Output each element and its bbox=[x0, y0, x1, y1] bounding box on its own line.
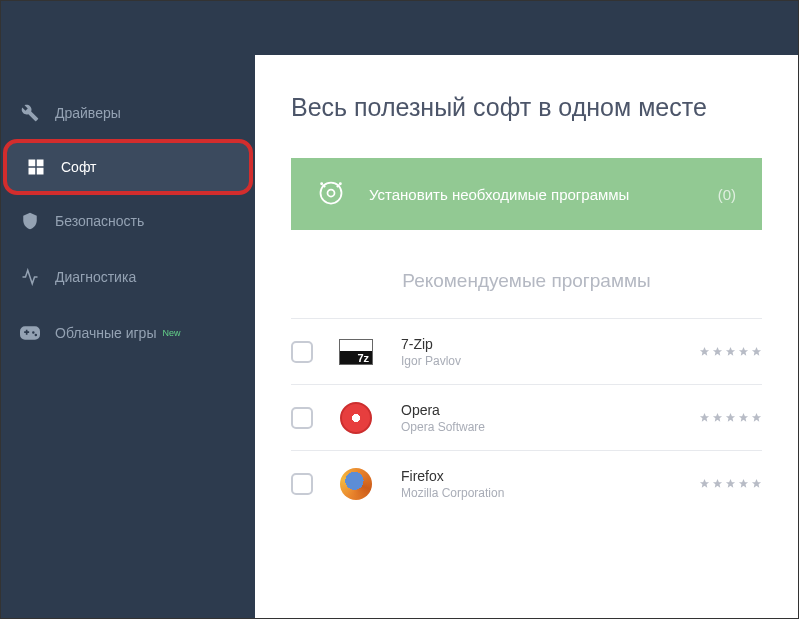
svg-rect-0 bbox=[29, 160, 36, 167]
app-window: Драйверы Софт Безопасность Диагностика bbox=[0, 0, 799, 619]
sidebar-item-label: Безопасность bbox=[55, 213, 144, 229]
app-vendor: Mozilla Corporation bbox=[401, 486, 699, 500]
app-list: 7-Zip Igor Pavlov Opera bbox=[291, 318, 762, 516]
svg-point-6 bbox=[321, 183, 322, 184]
app-row: Opera Opera Software bbox=[291, 384, 762, 450]
star-rating bbox=[699, 346, 762, 357]
app-info: Opera Opera Software bbox=[401, 402, 699, 434]
grid-icon bbox=[25, 156, 47, 178]
app-name: 7-Zip bbox=[401, 336, 699, 352]
app-checkbox[interactable] bbox=[291, 407, 313, 429]
titlebar bbox=[1, 1, 798, 55]
gamepad-icon bbox=[19, 322, 41, 344]
page-title: Весь полезный софт в одном месте bbox=[291, 93, 762, 122]
svg-rect-1 bbox=[37, 160, 44, 167]
app-info: 7-Zip Igor Pavlov bbox=[401, 336, 699, 368]
wrench-icon bbox=[19, 102, 41, 124]
app-row: 7-Zip Igor Pavlov bbox=[291, 318, 762, 384]
app-checkbox[interactable] bbox=[291, 473, 313, 495]
sidebar-item-security[interactable]: Безопасность bbox=[1, 193, 255, 249]
app-info: Firefox Mozilla Corporation bbox=[401, 468, 699, 500]
svg-rect-3 bbox=[37, 168, 44, 175]
star-rating bbox=[699, 478, 762, 489]
disc-icon bbox=[317, 179, 347, 209]
pulse-icon bbox=[19, 266, 41, 288]
sidebar-item-cloud-games[interactable]: Облачные игры New bbox=[1, 305, 255, 361]
shield-icon bbox=[19, 210, 41, 232]
content-area: Весь полезный софт в одном месте Установ… bbox=[255, 55, 798, 618]
sidebar-item-label: Диагностика bbox=[55, 269, 136, 285]
sidebar: Драйверы Софт Безопасность Диагностика bbox=[1, 55, 255, 618]
opera-icon bbox=[339, 401, 373, 435]
install-button[interactable]: Установить необходимые программы (0) bbox=[291, 158, 762, 230]
main-area: Драйверы Софт Безопасность Диагностика bbox=[1, 55, 798, 618]
new-badge: New bbox=[162, 328, 180, 338]
svg-point-7 bbox=[340, 183, 341, 184]
sidebar-item-label: Софт bbox=[61, 159, 97, 175]
sidebar-item-label: Драйверы bbox=[55, 105, 121, 121]
firefox-icon bbox=[339, 467, 373, 501]
recommended-title: Рекомендуемые программы bbox=[291, 270, 762, 292]
app-name: Opera bbox=[401, 402, 699, 418]
sidebar-item-label: Облачные игры bbox=[55, 325, 156, 341]
svg-point-5 bbox=[328, 190, 335, 197]
install-count: (0) bbox=[718, 186, 736, 203]
app-row: Firefox Mozilla Corporation bbox=[291, 450, 762, 516]
app-name: Firefox bbox=[401, 468, 699, 484]
app-checkbox[interactable] bbox=[291, 341, 313, 363]
sidebar-item-drivers[interactable]: Драйверы bbox=[1, 85, 255, 141]
app-vendor: Igor Pavlov bbox=[401, 354, 699, 368]
sidebar-item-soft[interactable]: Софт bbox=[3, 139, 253, 195]
install-label: Установить необходимые программы bbox=[369, 186, 718, 203]
sidebar-item-diagnostics[interactable]: Диагностика bbox=[1, 249, 255, 305]
sevenzip-icon bbox=[339, 335, 373, 369]
svg-rect-2 bbox=[29, 168, 36, 175]
star-rating bbox=[699, 412, 762, 423]
app-vendor: Opera Software bbox=[401, 420, 699, 434]
